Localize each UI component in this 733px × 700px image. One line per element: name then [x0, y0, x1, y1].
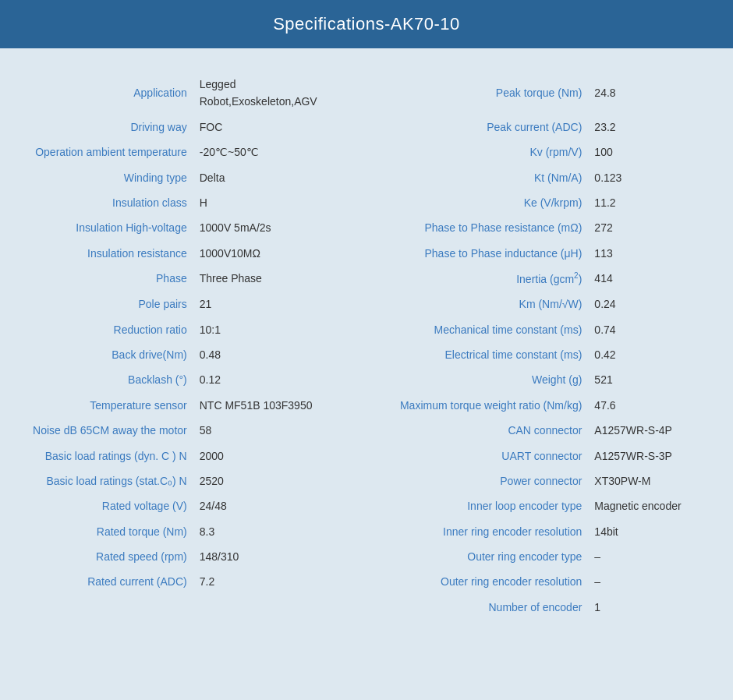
left-label: Basic load ratings (dyn. C ) N [16, 444, 193, 468]
left-value: 10:1 [193, 317, 355, 342]
table-row: PhaseThree PhaseInertia (gcm2)414 [16, 266, 717, 292]
right-value: 47.6 [588, 393, 717, 418]
right-label: Weight (g) [387, 367, 588, 392]
table-row: Pole pairs21Km (Nm/√W)0.24 [16, 292, 717, 316]
right-label: Phase to Phase inductance (μH) [387, 241, 588, 266]
left-label: Basic load ratings (stat.C₀) N [16, 468, 193, 493]
page-title: Specifications-AK70-10 [0, 0, 733, 48]
table-row: Backlash (°)0.12Weight (g)521 [16, 367, 717, 392]
left-value: 2000 [193, 444, 355, 468]
left-label: Rated current (ADC) [16, 569, 193, 594]
left-value: 0.48 [193, 342, 355, 367]
left-label: Noise dB 65CM away the motor [16, 418, 193, 443]
left-value: 24/48 [193, 493, 355, 518]
left-value: 0.12 [193, 367, 355, 392]
right-label: Outer ring encoder resolution [387, 569, 588, 594]
left-label: Rated torque (Nm) [16, 519, 193, 544]
right-value: 23.2 [588, 115, 717, 140]
right-value: 100 [588, 140, 717, 164]
left-label: Rated voltage (V) [16, 493, 193, 518]
left-value: -20℃~50℃ [193, 140, 355, 164]
right-value: 14bit [588, 519, 717, 544]
table-row: Rated voltage (V)24/48Inner loop encoder… [16, 493, 717, 518]
left-value: 1000V 5mA/2s [193, 215, 355, 240]
right-value: A1257WR-S-4P [588, 418, 717, 443]
left-label: Back drive(Nm) [16, 342, 193, 367]
right-label: Mechanical time constant (ms) [387, 317, 588, 342]
left-label: Application [16, 72, 193, 115]
table-row: ApplicationLegged Robot,Exoskeleton,AGVP… [16, 72, 717, 115]
table-row: Basic load ratings (dyn. C ) N2000UART c… [16, 444, 717, 468]
right-value: 113 [588, 241, 717, 266]
table-row: Insulation classHKe (V/krpm)11.2 [16, 190, 717, 215]
left-value: Legged Robot,Exoskeleton,AGV [193, 72, 355, 115]
right-value: 414 [588, 266, 717, 292]
right-value: XT30PW-M [588, 468, 717, 493]
right-value: 0.74 [588, 317, 717, 342]
table-row: Winding typeDeltaKt (Nm/A)0.123 [16, 165, 717, 190]
right-value: 272 [588, 215, 717, 240]
left-label: Driving way [16, 115, 193, 140]
table-row: Operation ambient temperature-20℃~50℃Kv … [16, 140, 717, 164]
specs-table: ApplicationLegged Robot,Exoskeleton,AGVP… [16, 72, 717, 620]
left-value: NTC MF51B 103F3950 [193, 393, 355, 418]
right-value: A1257WR-S-3P [588, 444, 717, 468]
table-row: Noise dB 65CM away the motor58CAN connec… [16, 418, 717, 443]
table-row: Number of encoder1 [16, 595, 717, 620]
right-value: 521 [588, 367, 717, 392]
table-row: Basic load ratings (stat.C₀) N2520Power … [16, 468, 717, 493]
right-value: 0.24 [588, 292, 717, 316]
left-label [16, 595, 193, 620]
left-label: Insulation resistance [16, 241, 193, 266]
left-value: 7.2 [193, 569, 355, 594]
left-label: Insulation High-voltage [16, 215, 193, 240]
right-label: Ke (V/krpm) [387, 190, 588, 215]
right-value: – [588, 544, 717, 569]
left-label: Pole pairs [16, 292, 193, 316]
table-row: Reduction ratio10:1Mechanical time const… [16, 317, 717, 342]
left-label: Reduction ratio [16, 317, 193, 342]
right-label: Inertia (gcm2) [387, 266, 588, 292]
left-label: Operation ambient temperature [16, 140, 193, 164]
table-row: Rated current (ADC)7.2Outer ring encoder… [16, 569, 717, 594]
right-label: Maximum torque weight ratio (Nm/kg) [387, 393, 588, 418]
left-label: Phase [16, 266, 193, 292]
left-value: 1000V10MΩ [193, 241, 355, 266]
right-label: Kv (rpm/V) [387, 140, 588, 164]
left-value: 58 [193, 418, 355, 443]
table-row: Rated speed (rpm)148/310Outer ring encod… [16, 544, 717, 569]
right-label: Peak torque (Nm) [387, 72, 588, 115]
right-label: Inner loop encoder type [387, 493, 588, 518]
right-label: Peak current (ADC) [387, 115, 588, 140]
left-value: Three Phase [193, 266, 355, 292]
left-value: Delta [193, 165, 355, 190]
left-label: Temperature sensor [16, 393, 193, 418]
table-row: Driving wayFOCPeak current (ADC)23.2 [16, 115, 717, 140]
left-value: 21 [193, 292, 355, 316]
right-label: Power connector [387, 468, 588, 493]
right-value: – [588, 569, 717, 594]
left-label: Insulation class [16, 190, 193, 215]
table-row: Insulation resistance1000V10MΩPhase to P… [16, 241, 717, 266]
left-value: FOC [193, 115, 355, 140]
table-row: Insulation High-voltage1000V 5mA/2sPhase… [16, 215, 717, 240]
table-row: Back drive(Nm)0.48Electrical time consta… [16, 342, 717, 367]
left-value: 2520 [193, 468, 355, 493]
right-value: 1 [588, 595, 717, 620]
right-label: Electrical time constant (ms) [387, 342, 588, 367]
right-value: 11.2 [588, 190, 717, 215]
right-label: Outer ring encoder type [387, 544, 588, 569]
left-value: H [193, 190, 355, 215]
left-value: 148/310 [193, 544, 355, 569]
right-label: Number of encoder [387, 595, 588, 620]
right-label: Inner ring encoder resolution [387, 519, 588, 544]
table-row: Temperature sensorNTC MF51B 103F3950Maxi… [16, 393, 717, 418]
left-label: Backlash (°) [16, 367, 193, 392]
left-value [193, 595, 355, 620]
right-value: 0.123 [588, 165, 717, 190]
table-row: Rated torque (Nm)8.3Inner ring encoder r… [16, 519, 717, 544]
right-label: Phase to Phase resistance (mΩ) [387, 215, 588, 240]
right-label: Km (Nm/√W) [387, 292, 588, 316]
right-value: 0.42 [588, 342, 717, 367]
right-label: CAN connector [387, 418, 588, 443]
